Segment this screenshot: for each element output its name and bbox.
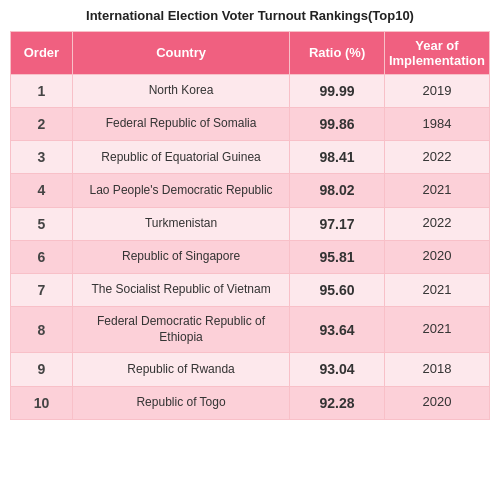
cell-country: Republic of Rwanda (72, 353, 289, 386)
table-row: 8Federal Democratic Republic of Ethiopia… (11, 307, 490, 353)
table-row: 5Turkmenistan97.172022 (11, 207, 490, 240)
table-row: 9Republic of Rwanda93.042018 (11, 353, 490, 386)
cell-year: 2022 (384, 141, 489, 174)
cell-year: 2022 (384, 207, 489, 240)
cell-ratio: 95.60 (290, 274, 385, 307)
table-row: 4Lao People's Democratic Republic98.0220… (11, 174, 490, 207)
cell-ratio: 99.86 (290, 108, 385, 141)
cell-country: Federal Republic of Somalia (72, 108, 289, 141)
cell-country: Lao People's Democratic Republic (72, 174, 289, 207)
header-ratio: Ratio (%) (290, 31, 385, 74)
cell-order: 1 (11, 74, 73, 107)
page-wrapper: International Election Voter Turnout Ran… (0, 0, 500, 428)
cell-country: Republic of Singapore (72, 240, 289, 273)
table-body: 1North Korea99.9920192Federal Republic o… (11, 74, 490, 419)
cell-order: 7 (11, 274, 73, 307)
cell-ratio: 99.99 (290, 74, 385, 107)
cell-country: The Socialist Republic of Vietnam (72, 274, 289, 307)
header-year: Year of Implementation (384, 31, 489, 74)
cell-order: 4 (11, 174, 73, 207)
cell-year: 2019 (384, 74, 489, 107)
table-row: 7The Socialist Republic of Vietnam95.602… (11, 274, 490, 307)
table-row: 3Republic of Equatorial Guinea98.412022 (11, 141, 490, 174)
page-title: International Election Voter Turnout Ran… (10, 8, 490, 25)
cell-year: 1984 (384, 108, 489, 141)
cell-year: 2020 (384, 386, 489, 419)
cell-year: 2018 (384, 353, 489, 386)
cell-year: 2021 (384, 274, 489, 307)
cell-country: Republic of Togo (72, 386, 289, 419)
cell-ratio: 93.64 (290, 307, 385, 353)
cell-order: 5 (11, 207, 73, 240)
cell-ratio: 92.28 (290, 386, 385, 419)
cell-ratio: 98.41 (290, 141, 385, 174)
cell-order: 3 (11, 141, 73, 174)
cell-ratio: 93.04 (290, 353, 385, 386)
cell-year: 2021 (384, 174, 489, 207)
cell-ratio: 95.81 (290, 240, 385, 273)
table-row: 6Republic of Singapore95.812020 (11, 240, 490, 273)
cell-country: Federal Democratic Republic of Ethiopia (72, 307, 289, 353)
header-order: Order (11, 31, 73, 74)
table-row: 10Republic of Togo92.282020 (11, 386, 490, 419)
cell-ratio: 98.02 (290, 174, 385, 207)
cell-order: 8 (11, 307, 73, 353)
cell-country: Republic of Equatorial Guinea (72, 141, 289, 174)
rankings-table: Order Country Ratio (%) Year of Implemen… (10, 31, 490, 420)
cell-year: 2020 (384, 240, 489, 273)
cell-order: 2 (11, 108, 73, 141)
table-header-row: Order Country Ratio (%) Year of Implemen… (11, 31, 490, 74)
cell-country: Turkmenistan (72, 207, 289, 240)
table-row: 2Federal Republic of Somalia99.861984 (11, 108, 490, 141)
cell-year: 2021 (384, 307, 489, 353)
table-row: 1North Korea99.992019 (11, 74, 490, 107)
header-country: Country (72, 31, 289, 74)
cell-ratio: 97.17 (290, 207, 385, 240)
cell-order: 9 (11, 353, 73, 386)
cell-country: North Korea (72, 74, 289, 107)
cell-order: 6 (11, 240, 73, 273)
cell-order: 10 (11, 386, 73, 419)
